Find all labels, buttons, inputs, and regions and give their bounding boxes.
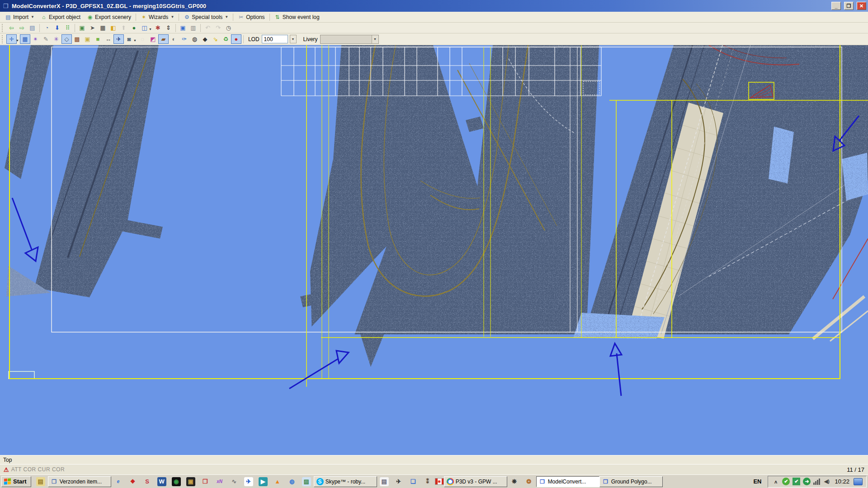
menu-options[interactable]: ✂Options: [235, 13, 268, 22]
dark-square-app-icon[interactable]: ▣: [186, 477, 195, 486]
maximize-button[interactable]: ❐: [844, 2, 854, 10]
wand-icon[interactable]: ✴: [30, 34, 41, 44]
pin-icon[interactable]: ⬇: [52, 23, 62, 33]
football-icon[interactable]: ◍: [189, 34, 200, 44]
red-folder-icon[interactable]: ❒: [201, 477, 210, 486]
toolbar-grip[interactable]: [2, 35, 5, 43]
task-skype[interactable]: SSkype™ - roby...: [314, 476, 377, 487]
tray-expand-icon[interactable]: ʌ: [772, 478, 779, 485]
grey-cat-icon[interactable]: ∿: [230, 477, 239, 486]
minimize-button[interactable]: _: [831, 2, 841, 10]
language-indicator[interactable]: EN: [750, 478, 764, 485]
google-earth-icon[interactable]: ◍: [288, 477, 297, 486]
aircraft-icon[interactable]: ✈: [113, 34, 124, 44]
ground-poly-icon[interactable]: ▰: [158, 34, 169, 44]
close-button[interactable]: ✕: [857, 2, 866, 10]
viewport-3d[interactable]: [0, 45, 868, 455]
livery-dropdown-icon[interactable]: ▼: [372, 35, 378, 43]
scenery-image-icon[interactable]: ▨: [302, 477, 311, 486]
dropdown-caret-icon[interactable]: ▼: [16, 39, 19, 42]
small-grid-icon[interactable]: ⠿: [62, 23, 73, 33]
grid-icon[interactable]: ▦: [20, 34, 30, 44]
task-verzonden-items[interactable]: ❐Verzonden item...: [48, 476, 111, 487]
effects-icon[interactable]: ✳: [51, 34, 61, 44]
start-button[interactable]: Start: [1, 476, 31, 487]
wireframe-cube-icon[interactable]: ◇: [61, 34, 72, 44]
quicklaunch-folder-icon[interactable]: ▤: [36, 477, 45, 486]
color-cube-icon[interactable]: ◩: [148, 34, 158, 44]
dropdown-caret-icon[interactable]: ▼: [149, 28, 152, 31]
tray-green-arrow-icon[interactable]: ➜: [803, 478, 811, 485]
weight-icon[interactable]: ◆: [200, 34, 210, 44]
menu-show-event-log[interactable]: ⇅Show event log: [271, 13, 323, 22]
taskbar-clock[interactable]: 10:22: [833, 478, 851, 485]
internet-explorer-icon[interactable]: e: [114, 477, 123, 486]
measure-icon[interactable]: ↔: [103, 34, 113, 44]
apple-icon[interactable]: ●: [231, 34, 241, 44]
history-icon[interactable]: ◷: [223, 23, 234, 33]
media-play-icon[interactable]: ▶: [259, 477, 268, 486]
zoom-extents-icon[interactable]: ✛: [6, 34, 17, 44]
blue-window-icon[interactable]: ❏: [409, 477, 418, 486]
lod-dropdown-icon[interactable]: ▼: [290, 35, 297, 43]
material-icon[interactable]: ✱: [153, 23, 163, 33]
moon-icon[interactable]: ◐: [169, 34, 179, 44]
image-icon[interactable]: ▣: [77, 23, 87, 33]
globe-icon[interactable]: ●: [129, 23, 139, 33]
sphere-icon[interactable]: ◌: [137, 34, 148, 44]
airplane-app-icon[interactable]: ✈: [244, 477, 253, 486]
undo-icon[interactable]: ↶: [203, 23, 213, 33]
pointer-icon[interactable]: ➤: [87, 23, 98, 33]
word-icon[interactable]: W: [157, 477, 166, 486]
sparkle-app-icon[interactable]: ❋: [510, 477, 519, 486]
texture-bricks-icon[interactable]: ▩: [72, 34, 82, 44]
plan-g-icon[interactable]: ✈: [394, 477, 403, 486]
attach-icon[interactable]: ✎: [41, 34, 51, 44]
show-desktop-icon[interactable]: [854, 478, 863, 485]
toolbar-grip[interactable]: [2, 24, 5, 32]
menu-export-scenery[interactable]: ◉Export scenery: [84, 13, 134, 22]
dark-circle-app-icon[interactable]: ◉: [172, 477, 181, 486]
volume-icon[interactable]: ◀): [823, 478, 830, 485]
sun-rays-icon[interactable]: ⇘: [210, 34, 221, 44]
fullscreen-icon[interactable]: ⇕: [163, 23, 174, 33]
back-icon[interactable]: ⇦: [6, 23, 17, 33]
swirl-app-icon[interactable]: S: [143, 477, 152, 486]
event-list-icon[interactable]: ▤: [27, 23, 38, 33]
title-bar[interactable]: ❒ ModelConverterX - P3D_GPFSX1_0Z.BGL - …: [0, 0, 868, 12]
camera-icon[interactable]: ◙: [124, 34, 134, 44]
dropdown-caret-icon[interactable]: ▼: [133, 39, 137, 42]
lod-input[interactable]: [262, 35, 288, 43]
menu-import[interactable]: ▤Import▼: [2, 13, 38, 22]
network-signal-icon[interactable]: [813, 479, 820, 485]
upload-icon[interactable]: ⬆: [118, 23, 129, 33]
colorful-app-icon[interactable]: ❂: [524, 477, 533, 486]
tray-green-check-icon[interactable]: ✔: [782, 478, 790, 485]
polygon-yellow-icon[interactable]: ▣: [82, 34, 93, 44]
scene-export-icon[interactable]: ◫: [139, 23, 150, 33]
palette-icon[interactable]: ◧: [108, 23, 118, 33]
task-p3d[interactable]: P3D v3 - GPW ...: [444, 476, 507, 487]
dark-pair-icon[interactable]: ⁑: [423, 477, 432, 486]
snapshot-icon[interactable]: ▣: [178, 23, 188, 33]
tray-green-box-icon[interactable]: ✔: [793, 478, 800, 485]
text-doc-icon[interactable]: ▤: [380, 477, 389, 486]
polygon-green-icon[interactable]: ■: [93, 34, 103, 44]
pick-tool-icon[interactable]: ✑: [179, 34, 189, 44]
canada-flag-icon[interactable]: ✱: [435, 478, 444, 485]
redo-icon[interactable]: ↷: [213, 23, 223, 33]
livery-combo[interactable]: ▼: [320, 35, 379, 44]
refresh-icon[interactable]: ♻: [221, 34, 231, 44]
menu-export-object[interactable]: ⌂Export object: [38, 13, 84, 22]
search-icon[interactable]: ◔: [42, 23, 52, 33]
menu-wizards[interactable]: ✶Wizards▼: [137, 13, 177, 22]
xnview-icon[interactable]: xN: [215, 477, 224, 486]
report-icon[interactable]: ▥: [188, 23, 198, 33]
task-ground-polygons[interactable]: ❒Ground Polygo...: [599, 476, 663, 487]
menu-special-tools[interactable]: ⚙Special tools▼: [180, 13, 231, 22]
red-app-icon[interactable]: ❖: [128, 477, 137, 486]
vlc-icon[interactable]: ▲: [273, 477, 282, 486]
filmstrip-icon[interactable]: ▦: [98, 23, 108, 33]
task-modelconverterx[interactable]: ❒ModelConvert...: [536, 476, 599, 487]
forward-icon[interactable]: ⇨: [17, 23, 27, 33]
